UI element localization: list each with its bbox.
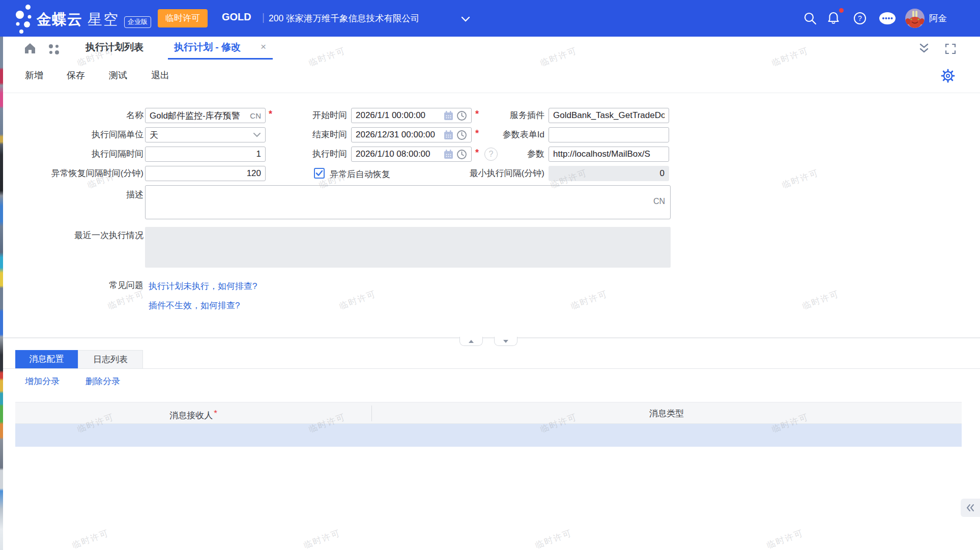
- min-interval-input: 0: [549, 166, 669, 181]
- plugin-label: 服务插件: [443, 108, 544, 123]
- test-button[interactable]: 测试: [105, 69, 131, 81]
- interval-time-label: 执行间隔时间: [42, 147, 143, 162]
- name-label: 名称: [42, 108, 143, 123]
- datacenter-label: GOLD: [222, 11, 251, 23]
- tab-log-list[interactable]: 日志列表: [78, 350, 143, 368]
- search-icon[interactable]: [803, 11, 817, 25]
- end-time-label: 结束时间: [245, 127, 347, 142]
- faq-link-not-executed[interactable]: 执行计划未执行，如何排查?: [149, 280, 257, 292]
- bottom-tab-divider: [3, 368, 980, 369]
- description-label: 描述: [42, 187, 143, 202]
- user-avatar[interactable]: [905, 8, 925, 28]
- recover-interval-label: 异常恢复间隔时间(分钟): [20, 166, 143, 181]
- collapse-up-button[interactable]: [459, 337, 483, 346]
- svg-text:?: ?: [858, 14, 862, 22]
- top-header-bar: 金蝶云 星空 企业版 临时许可 GOLD ｜ 200 张家港万维千象信息技术有限…: [0, 0, 980, 37]
- detail-section: 消息配置 日志列表 增加分录 删除分录 消息接收人* 消息类型: [3, 344, 980, 550]
- auto-recover-checkbox[interactable]: [314, 168, 325, 179]
- column-header-type: 消息类型: [371, 402, 962, 424]
- collapse-left-panel-handle[interactable]: [961, 499, 980, 517]
- panel-splitter-line: [3, 337, 980, 338]
- menu-grid-icon[interactable]: [48, 43, 60, 55]
- last-exec-label: 最近一次执行情况: [42, 228, 143, 243]
- add-entry-link[interactable]: 增加分录: [25, 375, 60, 387]
- kingdee-logo-icon: [14, 3, 34, 34]
- collapse-tabs-double-chevron-icon[interactable]: [917, 42, 931, 55]
- interval-unit-label: 执行间隔单位: [42, 127, 143, 142]
- tab-message-config[interactable]: 消息配置: [15, 350, 78, 368]
- exit-button[interactable]: 退出: [148, 69, 173, 81]
- save-button[interactable]: 保存: [63, 69, 89, 81]
- settings-gear-icon[interactable]: [941, 69, 955, 83]
- column-header-receiver-wrap: 消息接收人*: [15, 402, 371, 424]
- faq-link-plugin-ineffective[interactable]: 插件不生效，如何排查?: [149, 300, 240, 311]
- receiver-required-mark: *: [214, 409, 217, 418]
- column-header-receiver: 消息接收人: [169, 411, 213, 420]
- tab-execution-plan-edit[interactable]: 执行计划 - 修改: [174, 41, 241, 54]
- brand-name-secondary: 星空: [88, 10, 119, 30]
- page-tab-bar: 执行计划列表 执行计划 - 修改 ×: [3, 37, 980, 60]
- start-time-label: 开始时间: [245, 108, 347, 123]
- message-table-header: 消息接收人* 消息类型: [15, 402, 962, 424]
- help-icon[interactable]: ?: [853, 11, 867, 25]
- description-lang-marker: CN: [653, 197, 665, 206]
- description-textarea[interactable]: CN: [145, 185, 671, 219]
- edition-badge: 企业版: [124, 16, 151, 28]
- notification-badge-dot: [839, 8, 844, 13]
- new-button[interactable]: 新增: [21, 69, 47, 81]
- param-input[interactable]: http://localhost/MailBox/S: [549, 147, 669, 162]
- home-icon[interactable]: [23, 42, 37, 55]
- tab-execution-plan-list[interactable]: 执行计划列表: [85, 41, 143, 54]
- min-interval-label: 最小执行间隔(分钟): [443, 166, 544, 181]
- delete-entry-link[interactable]: 删除分录: [85, 375, 120, 387]
- last-exec-status-box: [145, 227, 671, 268]
- faq-label: 常见问题: [42, 278, 143, 293]
- param-label: 参数: [443, 147, 544, 162]
- brand-name-primary: 金蝶云: [37, 10, 82, 30]
- param-form-id-label: 参数表单Id: [443, 127, 544, 142]
- form-toolbar: 新增 保存 测试 退出: [3, 60, 980, 93]
- plugin-input[interactable]: GoldBank_Task_GetTradeDo: [549, 108, 669, 123]
- exec-time-label: 执行时间: [245, 147, 347, 162]
- collapse-down-button[interactable]: [494, 337, 517, 346]
- company-selector[interactable]: 200 张家港万维千象信息技术有限公司: [269, 12, 420, 24]
- notification-bell-icon[interactable]: [826, 11, 841, 25]
- fullscreen-icon[interactable]: [944, 43, 957, 55]
- chevron-down-icon[interactable]: [460, 16, 471, 22]
- tab-close-icon[interactable]: ×: [261, 41, 266, 52]
- recover-interval-input[interactable]: 120: [145, 166, 266, 181]
- table-row-selected[interactable]: [15, 424, 962, 447]
- username-label: 阿金: [929, 12, 947, 24]
- assistant-pill-icon[interactable]: [878, 11, 897, 25]
- header-separator: ｜: [258, 11, 268, 24]
- active-tab-underline: [168, 58, 273, 60]
- param-form-id-input[interactable]: [549, 127, 669, 142]
- auto-recover-label: 异常后自动恢复: [330, 168, 390, 180]
- app-window: 金蝶云 星空 企业版 临时许可 GOLD ｜ 200 张家港万维千象信息技术有限…: [0, 0, 980, 550]
- license-badge: 临时许可: [158, 9, 208, 27]
